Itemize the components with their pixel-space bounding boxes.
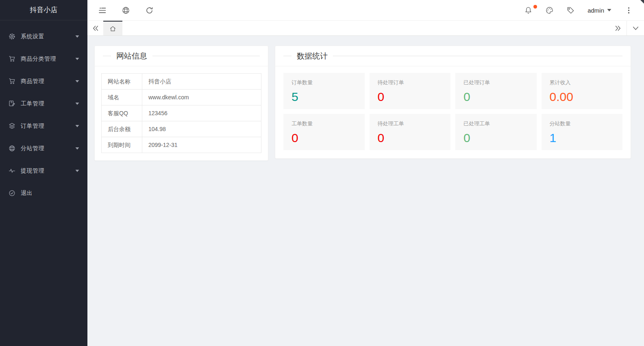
row-label: 网站名称 [102,74,142,90]
sidebar-item-label: 商品分类管理 [21,55,56,63]
stat-processed-orders: 已处理订单 0 [455,73,537,109]
tab-strip-empty [122,21,609,35]
row-value: www.dkewl.com [142,90,261,105]
stat-value: 5 [292,90,357,103]
stat-pending-orders: 待处理订单 0 [370,73,451,109]
app-logo: 抖音小店 [0,0,87,20]
row-label: 后台余额 [102,121,142,137]
sidebar-item-label: 退出 [21,190,33,197]
stat-label: 分站数量 [550,120,615,127]
stat-processed-workorders: 已处理工单 0 [455,114,537,150]
stat-order-count: 订单数量 5 [283,73,365,109]
stat-workorder-count: 工单数量 0 [283,114,365,150]
stat-value: 0.00 [550,90,615,103]
window-corner-artifact [640,0,644,4]
sidebar-item-system-settings[interactable]: 系统设置 [0,25,87,48]
kebab-menu-icon[interactable] [624,6,633,14]
site-info-body: 网站名称 抖音小店 域名 www.dkewl.com 客服QQ 123456 [95,66,268,160]
tab-options-dropdown-button[interactable] [627,21,644,35]
stat-value: 0 [378,131,443,145]
menu-fold-icon[interactable] [98,6,106,14]
stat-substation-count: 分站数量 1 [542,114,623,150]
chevron-down-icon [75,147,79,150]
sidebar-item-product-category-mgmt[interactable]: 商品分类管理 [0,48,87,70]
chevron-down-icon [75,169,79,172]
table-row: 后台余额 104.98 [102,121,261,137]
row-value: 抖音小店 [142,74,261,90]
sidebar-item-label: 工单管理 [21,100,44,107]
bell-icon[interactable] [524,6,532,14]
sidebar-item-logout[interactable]: 退出 [0,182,87,204]
stat-label: 订单数量 [292,79,357,86]
layers-icon [9,123,15,129]
site-info-title: 网站信息 [116,51,147,61]
stat-value: 0 [292,131,357,145]
row-label: 到期时间 [102,137,142,153]
stats-grid: 订单数量 5 待处理订单 0 已处理订单 0 累计收入 0.00 工单数量 [275,66,631,158]
sidebar-item-workorder-mgmt[interactable]: 工单管理 [0,92,87,115]
shield-check-icon [9,190,15,197]
stat-label: 已处理订单 [463,79,529,86]
site-info-table: 网站名称 抖音小店 域名 www.dkewl.com 客服QQ 123456 [101,73,261,153]
table-row: 到期时间 2099-12-31 [102,137,261,153]
chevron-down-icon [75,102,79,105]
user-menu[interactable]: admin [587,7,611,14]
page-content: 网站信息 网站名称 抖音小店 域名 www.dkewl.com [87,36,644,346]
site-info-card: 网站信息 网站名称 抖音小店 域名 www.dkewl.com [94,46,268,161]
sidebar-item-label: 商品管理 [21,78,44,85]
stat-value: 0 [378,90,443,103]
sidebar-item-label: 订单管理 [21,123,44,130]
stat-label: 工单数量 [292,120,357,127]
row-label: 域名 [102,90,142,105]
ticket-icon [9,100,15,107]
decor-line [333,56,622,56]
gear-icon [9,33,15,40]
tab-bar [87,21,644,36]
stat-total-income: 累计收入 0.00 [542,73,623,109]
sidebar-item-label: 系统设置 [21,33,44,40]
stat-value: 1 [550,131,615,145]
pulse-icon [9,167,15,174]
top-header: admin [87,0,644,21]
stat-value: 0 [463,131,529,145]
row-value: 104.98 [142,121,261,137]
user-name: admin [587,7,604,14]
stat-label: 待处理订单 [378,79,443,86]
tab-bar-right-controls [609,21,644,35]
header-left-icons [87,6,153,14]
decor-line [152,56,260,56]
stat-label: 待处理工单 [378,120,443,127]
row-label: 客服QQ [102,105,142,121]
globe-icon[interactable] [122,6,130,14]
table-row: 域名 www.dkewl.com [102,90,261,105]
chevron-down-icon [75,57,79,60]
decor-line [103,56,111,56]
sidebar-menu: 系统设置 商品分类管理 [0,20,87,204]
stat-value: 0 [463,90,529,103]
sidebar-item-withdraw-mgmt[interactable]: 提现管理 [0,160,87,182]
scroll-tabs-left-button[interactable] [87,21,103,35]
table-row: 客服QQ 123456 [102,105,261,121]
site-info-card-header: 网站信息 [95,46,268,66]
sidebar-item-label: 提现管理 [21,167,44,175]
sidebar-item-product-mgmt[interactable]: 商品管理 [0,70,87,92]
palette-icon[interactable] [545,6,553,14]
refresh-icon[interactable] [145,6,153,14]
chevron-down-icon [75,125,79,127]
decor-line [283,56,292,56]
sidebar-item-substation-mgmt[interactable]: 分站管理 [0,137,87,160]
table-row: 网站名称 抖音小店 [102,74,261,90]
globe-icon [9,145,15,152]
stat-label: 累计收入 [550,79,615,86]
tag-icon[interactable] [566,6,574,14]
stats-card-header: 数据统计 [275,46,631,66]
row-value: 123456 [142,105,261,121]
tab-home[interactable] [103,21,122,35]
stat-pending-workorders: 待处理工单 0 [370,114,451,150]
chevron-down-icon [607,9,611,12]
scroll-tabs-right-button[interactable] [609,21,627,35]
sidebar-item-order-mgmt[interactable]: 订单管理 [0,115,87,137]
sidebar: 抖音小店 系统设置 商品分类管理 [0,0,87,346]
stat-label: 已处理工单 [463,120,529,127]
notification-dot [533,5,537,9]
